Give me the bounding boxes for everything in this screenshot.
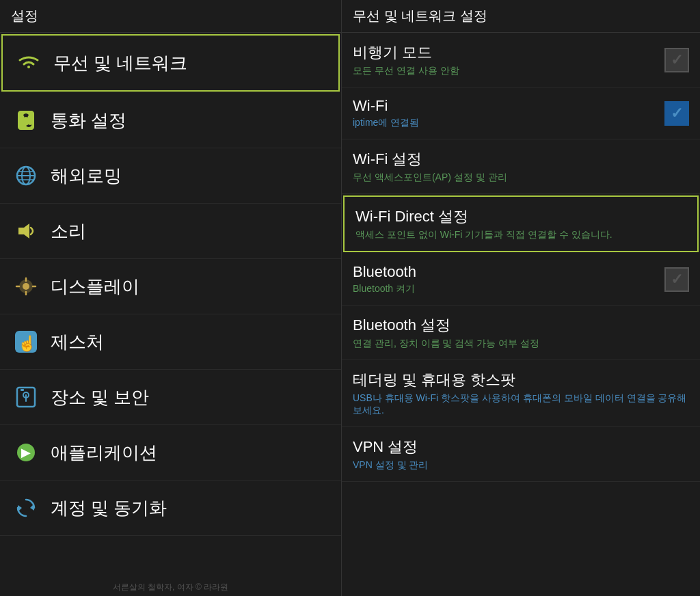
svg-text:☝: ☝ xyxy=(18,334,37,353)
item-title-vpn: VPN 설정 xyxy=(353,437,689,457)
left-menu-item-display[interactable]: 디스플레이 xyxy=(0,259,341,314)
left-menu-label-roaming: 해외로밍 xyxy=(51,164,122,188)
checkbox-bluetooth[interactable] xyxy=(664,267,689,292)
right-menu-item-wifi-direct[interactable]: Wi-Fi Direct 설정액세스 포인트 없이 Wi-Fi 기기들과 직접 … xyxy=(343,195,699,252)
display-icon xyxy=(11,271,41,301)
item-title-wifi-direct: Wi-Fi Direct 설정 xyxy=(355,206,686,227)
left-menu-label-location: 장소 및 보안 xyxy=(51,385,149,409)
left-panel: 설정 무선 및 네트워크통화 설정해외로밍소리디스플레이☝제스처장소 및 보안▶… xyxy=(0,0,342,596)
right-menu-item-bluetooth[interactable]: BluetoothBluetooth 켜기 xyxy=(342,254,700,306)
left-menu-label-display: 디스플레이 xyxy=(51,275,139,299)
phone-icon xyxy=(11,105,41,135)
item-title-airplane: 비행기 모드 xyxy=(353,42,658,63)
text-block-bluetooth-settings: Bluetooth 설정연결 관리, 장치 이름 및 검색 가능 여부 설정 xyxy=(353,315,689,350)
item-subtitle-wifi: iptime에 연결됨 xyxy=(353,117,658,129)
globe-icon xyxy=(11,161,41,191)
right-panel-items: 비행기 모드모든 무선 연결 사용 안함Wi-Fiiptime에 연결됨Wi-F… xyxy=(342,33,700,482)
right-panel-title: 무선 및 네트워크 설정 xyxy=(353,8,487,23)
text-block-bluetooth: BluetoothBluetooth 켜기 xyxy=(353,263,658,295)
item-subtitle-wifi-direct: 액세스 포인트 없이 Wi-Fi 기기들과 직접 연결할 수 있습니다. xyxy=(355,229,686,241)
checkbox-wifi[interactable] xyxy=(664,101,689,126)
wifi-icon xyxy=(14,48,44,78)
item-subtitle-vpn: VPN 설정 및 관리 xyxy=(353,459,689,472)
svg-marker-20 xyxy=(18,505,22,512)
left-panel-title: 설정 xyxy=(11,8,38,23)
right-menu-item-vpn[interactable]: VPN 설정VPN 설정 및 관리 xyxy=(342,427,700,482)
item-title-bluetooth-settings: Bluetooth 설정 xyxy=(353,315,689,336)
svg-marker-5 xyxy=(18,224,29,239)
right-menu-item-airplane[interactable]: 비행기 모드모든 무선 연결 사용 안함 xyxy=(342,33,700,87)
left-menu-label-gesture: 제스처 xyxy=(51,330,104,354)
svg-marker-19 xyxy=(30,504,34,511)
left-menu-label-accounts: 계정 및 동기화 xyxy=(51,496,167,520)
text-block-tethering: 테더링 및 휴대용 핫스팟USB나 휴대용 Wi-Fi 핫스팟을 사용하여 휴대… xyxy=(353,370,689,417)
text-block-wifi-direct: Wi-Fi Direct 설정액세스 포인트 없이 Wi-Fi 기기들과 직접 … xyxy=(355,206,686,241)
svg-text:▶: ▶ xyxy=(21,446,31,459)
left-menu-item-accounts[interactable]: 계정 및 동기화 xyxy=(0,480,341,536)
gesture-icon: ☝ xyxy=(11,327,41,357)
right-menu-item-tethering[interactable]: 테더링 및 휴대용 핫스팟USB나 휴대용 Wi-Fi 핫스팟을 사용하여 휴대… xyxy=(342,360,700,427)
right-panel: 무선 및 네트워크 설정 비행기 모드모든 무선 연결 사용 안함Wi-Fiip… xyxy=(342,0,700,596)
left-menu-item-wireless[interactable]: 무선 및 네트워크 xyxy=(1,34,340,92)
item-subtitle-airplane: 모든 무선 연결 사용 안함 xyxy=(353,65,658,77)
item-subtitle-wifi-settings: 무선 액세스포인트(AP) 설정 및 관리 xyxy=(353,172,689,184)
item-subtitle-tethering: USB나 휴대용 Wi-Fi 핫스팟을 사용하여 휴대폰의 모바일 데이터 연결… xyxy=(353,392,689,417)
location-icon xyxy=(11,382,41,412)
left-menu-label-wireless: 무선 및 네트워크 xyxy=(53,51,187,75)
left-menu-item-sound[interactable]: 소리 xyxy=(0,204,341,259)
left-menu-item-location[interactable]: 장소 및 보안 xyxy=(0,370,341,425)
sound-icon xyxy=(11,216,41,246)
text-block-vpn: VPN 설정VPN 설정 및 관리 xyxy=(353,437,689,472)
left-header: 설정 xyxy=(0,0,341,33)
right-header: 무선 및 네트워크 설정 xyxy=(342,0,700,33)
left-menu-label-sound: 소리 xyxy=(51,219,86,243)
item-subtitle-bluetooth: Bluetooth 켜기 xyxy=(353,283,658,295)
item-title-wifi: Wi-Fi xyxy=(353,97,658,115)
item-title-bluetooth: Bluetooth xyxy=(353,263,658,281)
item-subtitle-bluetooth-settings: 연결 관리, 장치 이름 및 검색 가능 여부 설정 xyxy=(353,338,689,350)
text-block-wifi: Wi-Fiiptime에 연결됨 xyxy=(353,97,658,129)
right-menu-item-bluetooth-settings[interactable]: Bluetooth 설정연결 관리, 장치 이름 및 검색 가능 여부 설정 xyxy=(342,306,700,360)
item-title-wifi-settings: Wi-Fi 설정 xyxy=(353,149,689,170)
left-menu-label-apps: 애플리케이션 xyxy=(51,441,157,465)
sync-icon xyxy=(11,493,41,523)
left-panel-items: 무선 및 네트워크통화 설정해외로밍소리디스플레이☝제스처장소 및 보안▶애플리… xyxy=(0,33,341,596)
svg-point-7 xyxy=(23,283,29,290)
item-title-tethering: 테더링 및 휴대용 핫스팟 xyxy=(353,370,689,390)
text-block-wifi-settings: Wi-Fi 설정무선 액세스포인트(AP) 설정 및 관리 xyxy=(353,149,689,184)
apps-icon: ▶ xyxy=(11,437,41,468)
svg-rect-16 xyxy=(21,389,24,391)
left-menu-item-roaming[interactable]: 해외로밍 xyxy=(0,148,341,204)
left-menu-item-call[interactable]: 통화 설정 xyxy=(0,93,341,148)
right-menu-item-wifi-settings[interactable]: Wi-Fi 설정무선 액세스포인트(AP) 설정 및 관리 xyxy=(342,139,700,194)
left-menu-label-call: 통화 설정 xyxy=(51,109,126,133)
left-menu-item-apps[interactable]: ▶애플리케이션 xyxy=(0,425,341,480)
left-menu-item-gesture[interactable]: ☝제스처 xyxy=(0,314,341,370)
right-menu-item-wifi[interactable]: Wi-Fiiptime에 연결됨 xyxy=(342,87,700,139)
checkbox-airplane[interactable] xyxy=(664,48,689,72)
watermark: 서른살의 철학자, 여자 © 라라원 xyxy=(110,579,232,596)
text-block-airplane: 비행기 모드모든 무선 연결 사용 안함 xyxy=(353,42,658,77)
